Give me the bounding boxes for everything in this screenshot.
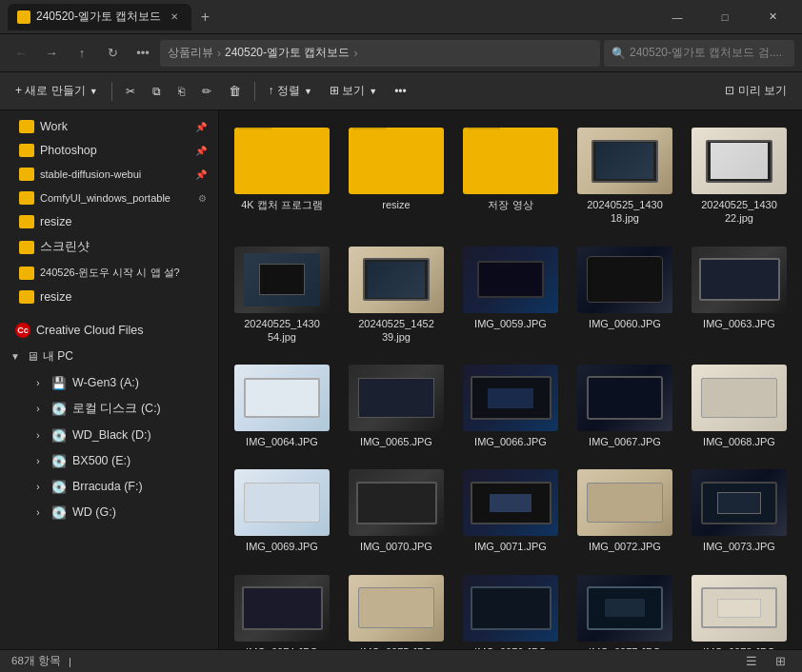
status-bar: 68개 항목 | ☰ ⊞ [0, 649, 802, 672]
file-item-0077[interactable]: IMG_0077.JPG [571, 567, 678, 649]
sort-chevron-icon: ▼ [304, 87, 312, 96]
drive-g-icon: 💽 [51, 505, 67, 520]
drive-e-expand-icon[interactable]: › [30, 453, 46, 468]
maximize-button[interactable]: □ [703, 0, 747, 34]
file-item-0074[interactable]: IMG_0074.JPG [229, 567, 335, 649]
sidebar-item-screenshot[interactable]: 스크린샷 [4, 234, 214, 260]
sidebar-item-work[interactable]: Work 📌 [4, 115, 214, 138]
drive-d-expand-icon[interactable]: › [30, 427, 46, 443]
sidebar-item-drive-d[interactable]: › 💽 WD_Black (D:) [4, 423, 214, 447]
sidebar-label-cc: Creative Cloud Files [36, 324, 144, 337]
file-item-0065[interactable]: IMG_0065.JPG [343, 357, 450, 454]
file-item-video-folder[interactable]: 저장 영상 [457, 120, 564, 231]
delete-button[interactable]: 🗑 [221, 80, 249, 102]
folder-thumb-video [463, 128, 558, 194]
forward-button[interactable]: → [38, 40, 65, 67]
search-box[interactable]: 🔍 240520-엘가토 캡처보드 검.... [604, 40, 794, 67]
file-item-0063[interactable]: IMG_0063.JPG [686, 239, 792, 350]
sidebar-item-drive-c[interactable]: › 💽 로컬 디스크 (C:) [4, 396, 214, 422]
tab-title: 240520-엘가토 캡처보드 [36, 9, 161, 25]
file-item-143054[interactable]: 20240525_1430 54.jpg [229, 239, 335, 350]
file-name-0077: IMG_0077.JPG [589, 645, 661, 649]
new-tab-button[interactable]: + [191, 4, 218, 30]
up-button[interactable]: ↑ [69, 40, 95, 67]
folder-screenshot-icon [19, 241, 34, 254]
file-item-0060[interactable]: IMG_0060.JPG [571, 239, 678, 350]
sidebar-item-winsetup[interactable]: 240526-윈도우 시작 시 앱 설? [4, 261, 214, 285]
sidebar-label-winsetup: 240526-윈도우 시작 시 앱 설? [40, 266, 180, 280]
tab-folder-icon [17, 10, 30, 24]
view-button[interactable]: ⊞ 보기 ▼ [322, 79, 385, 103]
active-tab[interactable]: 240520-엘가토 캡처보드 ✕ [8, 4, 191, 30]
file-item-0078[interactable]: IMG_0078.JPG [686, 567, 792, 649]
status-count: 68개 항목 [11, 654, 61, 668]
file-item-resize-folder[interactable]: resize [343, 120, 450, 231]
paste-icon: ⎗ [178, 85, 185, 98]
file-name-0072: IMG_0072.JPG [589, 540, 661, 553]
file-item-4k-folder[interactable]: 4K 캡처 프로그램 [229, 120, 335, 231]
file-name-0064: IMG_0064.JPG [246, 435, 318, 448]
sort-button[interactable]: ↑ 정렬 ▼ [261, 79, 320, 103]
file-item-0059[interactable]: IMG_0059.JPG [457, 239, 564, 350]
drive-g-expand-icon[interactable]: › [30, 504, 46, 520]
sidebar-item-photoshop[interactable]: Photoshop 📌 [4, 139, 214, 162]
content-area[interactable]: 4K 캡처 프로그램 resize 저장 영상 20240525_1430 18… [219, 110, 802, 649]
paste-button[interactable]: ⎗ [170, 81, 192, 102]
copy-button[interactable]: ⧉ [145, 81, 169, 102]
file-item-0064[interactable]: IMG_0064.JPG [229, 357, 335, 454]
more-toolbar-button[interactable]: ••• [387, 81, 414, 102]
sidebar-label-drive-a: W-Gen3 (A:) [72, 376, 139, 389]
sidebar-item-drive-f[interactable]: › 💽 Brracuda (F:) [4, 474, 214, 499]
file-item-143018[interactable]: 20240525_1430 18.jpg [571, 120, 678, 231]
sidebar-item-stable-diffusion[interactable]: stable-diffusion-webui 📌 [4, 163, 214, 186]
sidebar-item-comfyui[interactable]: ComfyUI_windows_portable ⚙ [4, 187, 214, 209]
file-item-0066[interactable]: IMG_0066.JPG [457, 357, 564, 454]
file-item-0073[interactable]: IMG_0073.JPG [686, 462, 792, 559]
sidebar-label-photoshop: Photoshop [40, 144, 97, 157]
grid-view-button[interactable]: ⊞ [770, 653, 791, 670]
tab-close-button[interactable]: ✕ [167, 10, 182, 25]
file-name-0070: IMG_0070.JPG [360, 540, 432, 553]
drive-a-expand-icon[interactable]: › [30, 375, 46, 390]
refresh-button[interactable]: ↻ [99, 40, 126, 67]
close-button[interactable]: ✕ [751, 0, 794, 34]
sidebar-item-drive-e[interactable]: › 💽 BX500 (E:) [4, 448, 214, 473]
minimize-button[interactable]: — [655, 0, 699, 34]
file-item-0069[interactable]: IMG_0069.JPG [229, 462, 335, 559]
file-item-145239[interactable]: 20240525_1452 39.jpg [343, 239, 450, 350]
file-item-0075[interactable]: IMG_0075.JPG [343, 567, 450, 649]
file-item-0072[interactable]: IMG_0072.JPG [571, 462, 678, 559]
drive-c-icon: 💽 [51, 402, 67, 416]
list-view-button[interactable]: ☰ [741, 653, 762, 670]
drive-f-expand-icon[interactable]: › [30, 479, 46, 494]
file-name-0067: IMG_0067.JPG [589, 435, 661, 448]
more-nav-button[interactable]: ••• [130, 40, 156, 67]
file-name-145239: 20240525_1452 39.jpg [349, 317, 444, 345]
file-item-0070[interactable]: IMG_0070.JPG [343, 462, 450, 559]
thumb-0074 [234, 575, 330, 642]
drive-c-expand-icon[interactable]: › [30, 402, 46, 417]
rename-button[interactable]: ✏ [194, 81, 219, 102]
thumb-0065 [349, 365, 444, 431]
pc-collapse-icon[interactable]: ▼ [8, 349, 23, 365]
sidebar-item-resize2[interactable]: resize [4, 286, 214, 308]
cut-button[interactable]: ✂ [118, 81, 143, 102]
thumb-0059 [463, 247, 558, 313]
sidebar-label-pc: 내 PC [43, 348, 73, 365]
file-item-0076[interactable]: IMG_0076.JPG [457, 567, 564, 649]
file-item-0068[interactable]: IMG_0068.JPG [686, 357, 792, 454]
breadcrumb-item-2: 240520-엘가토 캡처보드 [225, 45, 350, 61]
back-button[interactable]: ← [8, 40, 34, 67]
preview-button[interactable]: ⊡ 미리 보기 [717, 79, 794, 103]
file-item-143022[interactable]: 20240525_1430 22.jpg [686, 120, 792, 231]
sidebar-item-drive-g[interactable]: › 💽 WD (G:) [4, 500, 214, 524]
file-item-0067[interactable]: IMG_0067.JPG [571, 357, 678, 454]
sidebar-item-cc[interactable]: Cc Creative Cloud Files [4, 318, 214, 343]
thumb-0078 [692, 575, 787, 642]
new-button[interactable]: + 새로 만들기 ▼ [8, 79, 106, 103]
breadcrumb-item-1[interactable]: 상품리뷰 [168, 45, 213, 61]
sidebar-item-resize[interactable]: resize [4, 210, 214, 233]
address-bar[interactable]: 상품리뷰 › 240520-엘가토 캡처보드 › [160, 40, 600, 67]
file-item-0071[interactable]: IMG_0071.JPG [457, 462, 564, 559]
sidebar-item-drive-a[interactable]: › 💾 W-Gen3 (A:) [4, 370, 214, 395]
